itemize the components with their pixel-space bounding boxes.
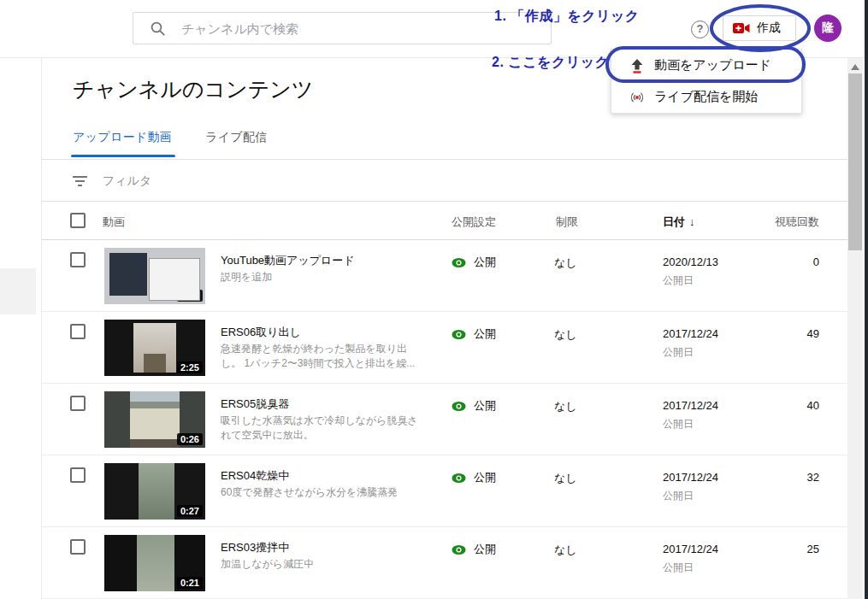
right-scrollbar[interactable] [847, 58, 863, 599]
video-list: 3:08 YouTube動画アップロード 説明を追加 公開 なし 2020/12… [42, 240, 847, 599]
visibility-label: 公開 [474, 398, 496, 414]
column-header-restrictions[interactable]: 制限 [556, 214, 578, 230]
duration-badge: 2:25 [177, 361, 203, 373]
help-icon[interactable]: ? [691, 21, 709, 38]
column-header-visibility[interactable]: 公開設定 [452, 214, 496, 230]
visibility-cell: 公開 [452, 398, 496, 414]
search-input[interactable] [181, 13, 540, 44]
date-cell: 2017/12/24 公開日 [663, 399, 718, 432]
views-cell: 25 [753, 543, 819, 555]
right-scrollbar-thumb[interactable] [848, 73, 862, 250]
video-title[interactable]: YouTube動画アップロード [221, 253, 355, 268]
views-cell: 0 [753, 255, 819, 268]
duration-badge: 3:08 [177, 290, 203, 302]
upload-icon [611, 57, 646, 74]
filter-input[interactable]: フィルタ [103, 173, 151, 189]
video-description[interactable]: 説明を追加 [221, 270, 424, 285]
table-row: 2:25 ERS06取り出し 急速発酵と乾燥が終わった製品を取り出し。 1バッチ… [42, 312, 847, 384]
visibility-cell: 公開 [452, 326, 496, 342]
video-thumbnail[interactable]: 0:26 [104, 391, 205, 448]
video-title[interactable]: ERS05脱臭器 [221, 396, 289, 412]
views-cell: 40 [753, 399, 819, 412]
video-thumbnail[interactable]: 2:25 [104, 320, 205, 376]
avatar[interactable]: 隆 [814, 15, 841, 42]
duration-badge: 0:26 [177, 433, 203, 445]
date-cell: 2017/12/24 公開日 [663, 471, 718, 503]
row-checkbox[interactable] [70, 467, 86, 483]
date-cell: 2020/12/13 公開日 [663, 255, 718, 288]
active-tab-underline [71, 155, 175, 157]
date-type: 公開日 [663, 273, 718, 288]
date-value: 2017/12/24 [663, 399, 718, 412]
select-all-checkbox[interactable] [70, 213, 86, 228]
table-header: 動画 公開設定 制限 日付↓ 視聴回数 [42, 202, 847, 239]
create-button[interactable]: 作成 [723, 15, 796, 41]
sidebar-hover-highlight [0, 268, 36, 314]
video-title[interactable]: ERS06取り出し [221, 325, 301, 340]
video-description[interactable]: 60度で発酵させながら水分を沸騰蒸発 [221, 485, 424, 500]
date-cell: 2017/12/24 公開日 [663, 327, 718, 360]
live-icon [611, 91, 646, 104]
video-thumbnail[interactable]: 0:21 [104, 535, 205, 591]
video-thumbnail[interactable]: 0:27 [104, 463, 205, 520]
create-button-label: 作成 [757, 21, 781, 36]
menu-item-label: ライブ配信を開始 [646, 89, 758, 105]
date-value: 2020/12/13 [663, 255, 718, 268]
sort-desc-icon: ↓ [689, 215, 695, 228]
menu-item-upload-video[interactable]: 動画をアップロード [611, 50, 801, 81]
visibility-label: 公開 [474, 255, 496, 270]
date-header-label: 日付 [663, 215, 685, 228]
duration-badge: 0:21 [177, 577, 203, 589]
tab-uploads[interactable]: アップロード動画 [73, 130, 172, 145]
views-cell: 49 [753, 327, 819, 340]
video-description[interactable]: 急速発酵と乾燥が終わった製品を取り出し。 1バッチ2〜3時間で投入と排出を繰..… [221, 342, 424, 371]
eye-icon [452, 473, 466, 484]
restrictions-cell: なし [554, 399, 577, 414]
restrictions-cell: なし [554, 327, 577, 343]
row-checkbox[interactable] [70, 324, 86, 339]
row-checkbox[interactable] [70, 396, 86, 411]
table-row: 0:26 ERS05脱臭器 吸引した水蒸気は水で冷却しながら脱臭されて空気中に放… [42, 384, 847, 455]
restrictions-cell: なし [554, 543, 577, 558]
column-header-views[interactable]: 視聴回数 [753, 214, 819, 230]
visibility-label: 公開 [474, 542, 496, 557]
table-row: 0:21 ERS03攪拌中 加温しながら減圧中 公開 なし 2017/12/24… [42, 527, 847, 599]
row-checkbox[interactable] [70, 252, 86, 267]
video-camera-plus-icon [733, 22, 750, 34]
video-title[interactable]: ERS03攪拌中 [221, 540, 289, 555]
date-value: 2017/12/24 [663, 327, 718, 340]
visibility-cell: 公開 [452, 470, 496, 485]
left-rail [0, 58, 42, 599]
eye-icon [452, 257, 466, 268]
date-cell: 2017/12/24 公開日 [663, 543, 718, 575]
row-checkbox[interactable] [70, 539, 86, 555]
duration-badge: 0:27 [177, 505, 203, 517]
main-content: チャンネルのコンテンツ アップロード動画 ライブ配信 フィルタ 動画 公開設定 … [42, 58, 847, 599]
visibility-label: 公開 [474, 470, 496, 485]
search-icon [151, 21, 166, 37]
youtube-studio-channel-content: ? 作成 隆 チャンネルのコンテンツ アップロード動画 ライブ配信 フィルタ 動 [0, 0, 868, 599]
search-box[interactable] [133, 12, 552, 44]
date-type: 公開日 [663, 345, 718, 360]
column-header-date[interactable]: 日付↓ [663, 214, 695, 230]
column-header-video: 動画 [103, 214, 125, 230]
tab-live[interactable]: ライブ配信 [205, 130, 267, 145]
table-row: 0:27 ERS04乾燥中 60度で発酵させながら水分を沸騰蒸発 公開 なし 2… [42, 455, 847, 527]
video-description[interactable]: 吸引した水蒸気は水で冷却しながら脱臭されて空気中に放出。 [221, 414, 424, 443]
visibility-label: 公開 [474, 326, 496, 342]
date-value: 2017/12/24 [663, 543, 718, 555]
menu-item-go-live[interactable]: ライブ配信を開始 [611, 81, 801, 113]
video-thumbnail[interactable]: 3:08 [104, 248, 205, 304]
scroll-up-icon[interactable] [851, 64, 859, 70]
date-value: 2017/12/24 [663, 471, 718, 484]
date-type: 公開日 [663, 417, 718, 432]
video-description[interactable]: 加温しながら減圧中 [221, 557, 424, 572]
divider [42, 159, 847, 160]
date-type: 公開日 [663, 489, 718, 503]
eye-icon [452, 401, 466, 412]
video-title[interactable]: ERS04乾燥中 [221, 468, 289, 484]
restrictions-cell: なし [554, 471, 577, 486]
eye-icon [452, 544, 466, 555]
menu-item-label: 動画をアップロード [646, 57, 771, 73]
filter-icon[interactable] [72, 176, 87, 186]
